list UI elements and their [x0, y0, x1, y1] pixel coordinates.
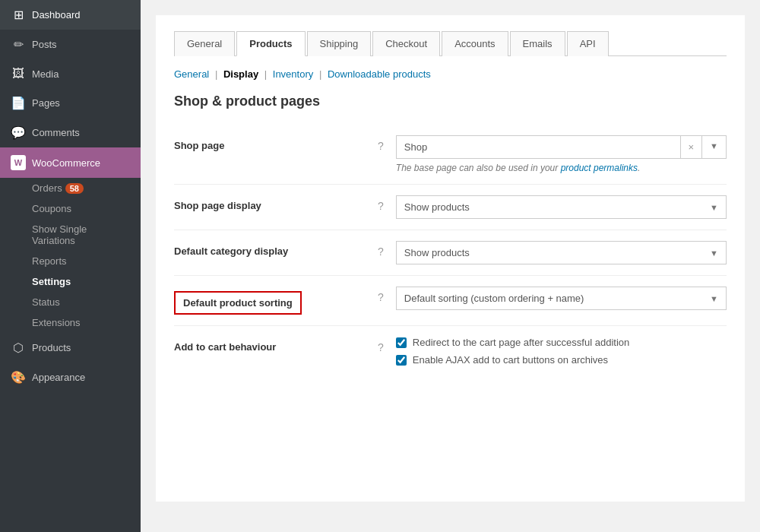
shop-page-control: Shop × ▼ The base page can also be used …	[396, 135, 727, 173]
product-permalinks-link[interactable]: product permalinks	[561, 163, 638, 173]
redirect-cart-row: Redirect to the cart page after successf…	[396, 337, 727, 348]
shop-page-display-row: Shop page display ? Show products ▼	[174, 185, 727, 230]
default-product-sorting-row: Default product sorting ? Default sortin…	[174, 276, 727, 326]
shop-page-hint: The base page can also be used in your p…	[396, 163, 727, 173]
settings-tabs: General Products Shipping Checkout Accou…	[174, 30, 727, 56]
section-title: Shop & product pages	[174, 93, 727, 109]
main-content: General Products Shipping Checkout Accou…	[141, 0, 760, 532]
comments-icon: 💬	[11, 125, 26, 140]
sidebar-sub-show-single-variations[interactable]: Show Single Variations	[0, 219, 141, 251]
sidebar-item-media[interactable]: 🖼 Media	[0, 59, 141, 88]
add-to-cart-behaviour-help[interactable]: ?	[378, 337, 384, 353]
sidebar-item-appearance[interactable]: 🎨 Appearance	[0, 363, 141, 392]
default-product-sorting-select[interactable]: Default sorting (custom ordering + name)…	[396, 287, 727, 310]
default-product-sorting-control: Default sorting (custom ordering + name)…	[396, 287, 727, 310]
breadcrumb-display: Display	[223, 68, 258, 80]
tab-shipping[interactable]: Shipping	[307, 31, 372, 56]
sidebar-item-pages[interactable]: 📄 Pages	[0, 88, 141, 118]
shop-page-display-arrow: ▼	[710, 203, 718, 212]
sidebar-item-posts[interactable]: ✏ Posts	[0, 30, 141, 59]
shop-page-label: Shop page	[174, 135, 372, 151]
sidebar-item-products[interactable]: ⬡ Products	[0, 333, 141, 363]
sidebar-item-comments[interactable]: 💬 Comments	[0, 118, 141, 147]
tab-api[interactable]: API	[567, 31, 609, 56]
default-product-sorting-arrow: ▼	[710, 294, 718, 303]
appearance-icon: 🎨	[11, 370, 26, 385]
breadcrumb-downloadable[interactable]: Downloadable products	[328, 68, 431, 80]
sidebar-sub-status[interactable]: Status	[0, 292, 141, 312]
shop-page-display-select[interactable]: Show products ▼	[396, 195, 727, 219]
sidebar-item-woocommerce[interactable]: W WooCommerce	[0, 147, 141, 178]
add-to-cart-behaviour-row: Add to cart behaviour ? Redirect to the …	[174, 326, 727, 382]
redirect-cart-checkbox[interactable]	[396, 337, 407, 348]
default-category-display-control: Show products ▼	[396, 241, 727, 264]
default-product-sorting-value: Default sorting (custom ordering + name)	[404, 293, 584, 304]
shop-page-display-value: Show products	[404, 201, 470, 213]
breadcrumb-general[interactable]: General	[174, 68, 209, 80]
default-category-display-row: Default category display ? Show products…	[174, 230, 727, 276]
ajax-add-to-cart-label: Enable AJAX add to cart buttons on archi…	[413, 354, 608, 366]
add-to-cart-behaviour-label: Add to cart behaviour	[174, 337, 372, 353]
pages-icon: 📄	[11, 96, 26, 110]
shop-page-arrow[interactable]: ▼	[702, 136, 726, 158]
ajax-add-to-cart-row: Enable AJAX add to cart buttons on archi…	[396, 354, 727, 366]
default-category-display-arrow: ▼	[710, 249, 718, 258]
sidebar-sub-coupons[interactable]: Coupons	[0, 198, 141, 219]
shop-page-value: Shop	[397, 136, 680, 158]
default-category-display-label: Default category display	[174, 241, 372, 257]
default-product-sorting-help[interactable]: ?	[378, 287, 384, 303]
sidebar-sub-settings[interactable]: Settings	[0, 271, 141, 292]
add-to-cart-behaviour-control: Redirect to the cart page after successf…	[396, 337, 727, 372]
tab-general[interactable]: General	[174, 31, 235, 56]
breadcrumb-inventory[interactable]: Inventory	[273, 68, 313, 80]
sidebar-sub-reports[interactable]: Reports	[0, 251, 141, 271]
default-category-display-help[interactable]: ?	[378, 241, 384, 258]
default-product-sorting-label: Default product sorting	[174, 291, 302, 315]
media-icon: 🖼	[11, 67, 26, 81]
posts-icon: ✏	[11, 37, 26, 52]
breadcrumb: General | Display | Inventory | Download…	[174, 68, 727, 80]
orders-badge: 58	[65, 183, 84, 194]
shop-page-display-control: Show products ▼	[396, 195, 727, 219]
shop-page-row: Shop page ? Shop × ▼ The base page can a…	[174, 125, 727, 185]
shop-page-select[interactable]: Shop × ▼	[396, 135, 727, 159]
default-category-display-value: Show products	[404, 247, 470, 258]
sidebar: ⊞ Dashboard ✏ Posts 🖼 Media 📄 Pages 💬 Co…	[0, 0, 141, 532]
products-icon: ⬡	[11, 340, 26, 355]
sidebar-item-dashboard[interactable]: ⊞ Dashboard	[0, 0, 141, 30]
shop-page-clear[interactable]: ×	[681, 136, 703, 158]
redirect-cart-label: Redirect to the cart page after successf…	[413, 337, 629, 348]
dashboard-icon: ⊞	[11, 8, 26, 22]
shop-page-help[interactable]: ?	[378, 135, 384, 152]
shop-page-display-label: Shop page display	[174, 195, 372, 211]
tab-checkout[interactable]: Checkout	[372, 31, 440, 56]
sidebar-sub-extensions[interactable]: Extensions	[0, 312, 141, 333]
tab-products[interactable]: Products	[236, 31, 305, 56]
ajax-add-to-cart-checkbox[interactable]	[396, 355, 407, 366]
tab-accounts[interactable]: Accounts	[442, 31, 508, 56]
default-category-display-select[interactable]: Show products ▼	[396, 241, 727, 264]
shop-page-display-help[interactable]: ?	[378, 195, 384, 212]
woocommerce-icon: W	[11, 155, 26, 170]
sidebar-sub-orders[interactable]: Orders 58	[0, 178, 141, 198]
tab-emails[interactable]: Emails	[510, 31, 565, 56]
